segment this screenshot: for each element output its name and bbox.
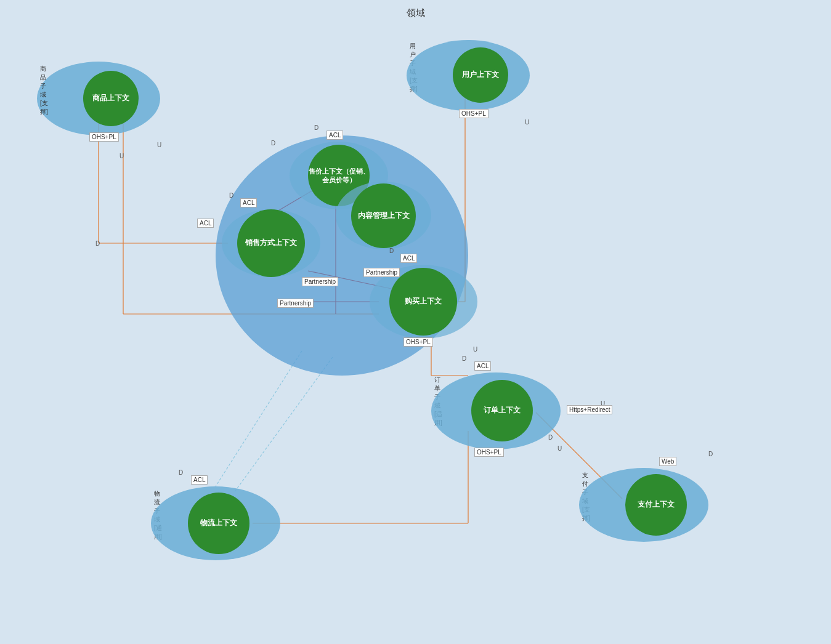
sales-mode-label: 销售方式上下文 (245, 238, 297, 248)
payment-inner[interactable]: 支付上下文 (625, 474, 687, 536)
user-inner[interactable]: 用户上下文 (453, 47, 508, 103)
logistics-label: 物流上下文 (200, 518, 237, 528)
payment-label: 支付上下文 (638, 500, 675, 510)
goods-label: 商品上下文 (92, 94, 129, 103)
purchase-acl-tag: ACL (400, 254, 417, 263)
purchase-d-label: D (389, 248, 394, 254)
sales-mode-inner[interactable]: 销售方式上下文 (237, 209, 305, 277)
acl-box-sales: ACL (197, 219, 214, 228)
diagram-container: 领域 销售子域(核心域) 商品子 (0, 0, 831, 644)
order-inner[interactable]: 订单上下文 (471, 380, 533, 441)
https-redirect-label: Https+Redirect (567, 405, 612, 414)
purchase-inner[interactable]: 购买上下文 (389, 268, 457, 336)
pricing-label: 售价上下文（促销、会员价等） (308, 167, 370, 185)
partnership-label-2: Partnership (363, 268, 400, 277)
partnership-label-1: Partnership (302, 277, 338, 286)
svg-line-16 (234, 357, 333, 493)
logistics-inner[interactable]: 物流上下文 (188, 493, 249, 554)
order-label: 订单上下文 (484, 406, 521, 416)
goods-tag: OHS+PL (89, 132, 119, 142)
d-label-pricing: D (271, 140, 275, 147)
svg-line-15 (216, 351, 302, 486)
purchase-u-label: U (473, 346, 477, 353)
goods-inner[interactable]: 商品上下文 (83, 71, 139, 126)
order-acl-tag: ACL (474, 361, 491, 371)
d-label-order-payment: D (548, 434, 553, 441)
logistics-acl-tag: ACL (191, 475, 208, 485)
sales-mode-acl-tag: ACL (240, 198, 257, 207)
d-label-goods-sales: D (95, 240, 100, 247)
purchase-tag: OHS+PL (403, 337, 433, 347)
content-label: 内容管理上下文 (358, 211, 410, 221)
order-u-label: U (557, 445, 562, 452)
u-label-goods-connect: U (120, 153, 124, 159)
payment-web-tag: Web (659, 457, 676, 466)
partnership-label-3: Partnership (277, 299, 314, 308)
goods-sublabel: 商品子域[支撑] (40, 65, 48, 116)
user-u-label: U (525, 119, 529, 126)
goods-u-label: U (157, 142, 161, 148)
acl-label-sales: ACL (197, 219, 214, 228)
sales-mode-d-label: D (229, 192, 233, 199)
user-tag: OHS+PL (459, 109, 488, 118)
logistics-d-label: D (179, 469, 183, 476)
order-d-label: D (462, 355, 466, 362)
page-title: 领域 (407, 7, 425, 19)
payment-d-label: D (708, 451, 713, 457)
content-inner[interactable]: 内容管理上下文 (351, 183, 416, 248)
order-tag: OHS+PL (474, 448, 504, 457)
pricing-acl-tag: ACL (326, 131, 343, 140)
purchase-label: 购买上下文 (405, 297, 442, 307)
pricing-d-label: D (314, 124, 318, 131)
user-label: 用户上下文 (462, 70, 499, 80)
